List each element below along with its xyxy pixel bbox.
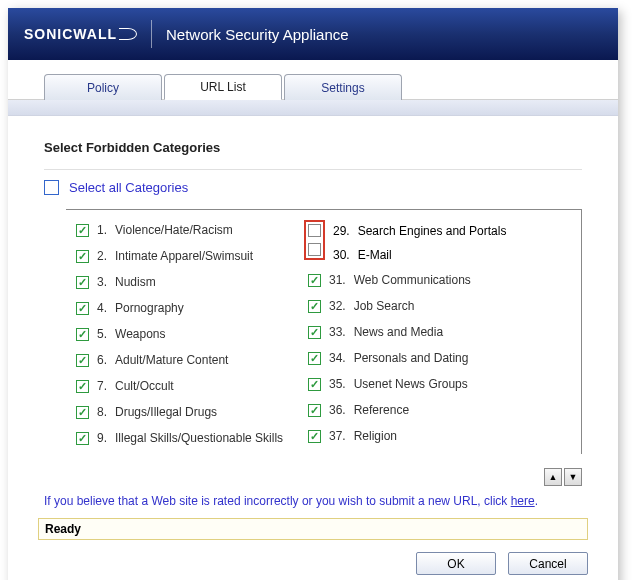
- tabs: Policy URL List Settings: [8, 60, 618, 100]
- scroll-buttons: ▲ ▼: [8, 464, 618, 486]
- tab-settings[interactable]: Settings: [284, 74, 402, 100]
- category-num: 36.: [329, 403, 346, 417]
- category-item: 4.Pornography: [76, 298, 308, 318]
- ok-button[interactable]: OK: [416, 552, 496, 575]
- category-num: 2.: [97, 249, 107, 263]
- category-num: 4.: [97, 301, 107, 315]
- category-num: 7.: [97, 379, 107, 393]
- category-num: 34.: [329, 351, 346, 365]
- categories-box: 1.Violence/Hate/Racism 2.Intimate Appare…: [66, 209, 582, 454]
- category-label: Weapons: [115, 327, 165, 341]
- category-checkbox[interactable]: [308, 352, 321, 365]
- category-item: 35.Usenet News Groups: [308, 374, 540, 394]
- category-checkbox[interactable]: [76, 380, 89, 393]
- category-item: 32.Job Search: [308, 296, 540, 316]
- category-label: News and Media: [354, 325, 443, 339]
- note-text: If you believe that a Web site is rated …: [44, 494, 511, 508]
- category-checkbox[interactable]: [308, 404, 321, 417]
- category-num: 35.: [329, 377, 346, 391]
- category-item: 9.Illegal Skills/Questionable Skills: [76, 428, 308, 448]
- category-item: 36.Reference: [308, 400, 540, 420]
- category-item: 5.Weapons: [76, 324, 308, 344]
- category-num: 31.: [329, 273, 346, 287]
- category-checkbox[interactable]: [308, 243, 321, 256]
- category-label: Reference: [354, 403, 409, 417]
- category-label: Job Search: [354, 299, 415, 313]
- category-num: 30.: [333, 248, 350, 262]
- category-checkbox[interactable]: [76, 224, 89, 237]
- category-item: 2.Intimate Apparel/Swimsuit: [76, 246, 308, 266]
- cancel-button[interactable]: Cancel: [508, 552, 588, 575]
- select-all-checkbox[interactable]: [44, 180, 59, 195]
- category-label: Religion: [354, 429, 397, 443]
- category-num: 8.: [97, 405, 107, 419]
- gradient-bar: [8, 100, 618, 116]
- category-checkbox[interactable]: [76, 406, 89, 419]
- category-num: 3.: [97, 275, 107, 289]
- categories-col-right: 29.Search Engines and Portals 30.E-Mail …: [308, 220, 540, 448]
- category-label: E-Mail: [358, 248, 392, 262]
- category-num: 37.: [329, 429, 346, 443]
- tab-policy[interactable]: Policy: [44, 74, 162, 100]
- category-num: 29.: [333, 224, 350, 238]
- category-checkbox[interactable]: [76, 302, 89, 315]
- categories-col-left: 1.Violence/Hate/Racism 2.Intimate Appare…: [76, 220, 308, 448]
- category-checkbox[interactable]: [308, 378, 321, 391]
- category-label: Web Communications: [354, 273, 471, 287]
- category-label: Search Engines and Portals: [358, 224, 507, 238]
- status-bar: Ready: [38, 518, 588, 540]
- brand-text: SONICWALL: [24, 26, 117, 42]
- scroll-down-button[interactable]: ▼: [564, 468, 582, 486]
- brand-logo: SONICWALL: [24, 26, 137, 42]
- category-label: Intimate Apparel/Swimsuit: [115, 249, 253, 263]
- category-checkbox[interactable]: [76, 328, 89, 341]
- category-label: Drugs/Illegal Drugs: [115, 405, 217, 419]
- header-divider: [151, 20, 152, 48]
- category-num: 33.: [329, 325, 346, 339]
- category-num: 6.: [97, 353, 107, 367]
- category-checkbox[interactable]: [308, 274, 321, 287]
- content: Select Forbidden Categories Select all C…: [8, 116, 618, 464]
- category-item: 34.Personals and Dating: [308, 348, 540, 368]
- select-all-label[interactable]: Select all Categories: [69, 180, 188, 195]
- category-label: Usenet News Groups: [354, 377, 468, 391]
- note-link[interactable]: here: [511, 494, 535, 508]
- category-checkbox[interactable]: [76, 354, 89, 367]
- app-window: SONICWALL Network Security Appliance Pol…: [8, 8, 618, 580]
- category-label: Violence/Hate/Racism: [115, 223, 233, 237]
- category-item: 37.Religion: [308, 426, 540, 446]
- category-checkbox[interactable]: [308, 326, 321, 339]
- category-checkbox[interactable]: [308, 224, 321, 237]
- category-checkbox[interactable]: [308, 430, 321, 443]
- scroll-up-button[interactable]: ▲: [544, 468, 562, 486]
- category-item: 31.Web Communications: [308, 270, 540, 290]
- tab-url-list[interactable]: URL List: [164, 74, 282, 100]
- select-all-row: Select all Categories: [44, 170, 582, 209]
- category-checkbox[interactable]: [308, 300, 321, 313]
- section-title: Select Forbidden Categories: [44, 140, 582, 155]
- category-num: 1.: [97, 223, 107, 237]
- category-checkbox[interactable]: [76, 432, 89, 445]
- category-label: Personals and Dating: [354, 351, 469, 365]
- category-item: 7.Cult/Occult: [76, 376, 308, 396]
- category-item: 6.Adult/Mature Content: [76, 350, 308, 370]
- dialog-buttons: OK Cancel: [8, 552, 618, 580]
- category-checkbox[interactable]: [76, 250, 89, 263]
- category-item: 3.Nudism: [76, 272, 308, 292]
- category-label: Cult/Occult: [115, 379, 174, 393]
- product-name: Network Security Appliance: [166, 26, 349, 43]
- highlight-box: [304, 220, 325, 260]
- category-label: Pornography: [115, 301, 184, 315]
- category-num: 9.: [97, 431, 107, 445]
- category-label: Illegal Skills/Questionable Skills: [115, 431, 283, 445]
- category-checkbox[interactable]: [76, 276, 89, 289]
- header: SONICWALL Network Security Appliance: [8, 8, 618, 60]
- category-item: 8.Drugs/Illegal Drugs: [76, 402, 308, 422]
- category-label: Adult/Mature Content: [115, 353, 228, 367]
- category-num: 5.: [97, 327, 107, 341]
- note: If you believe that a Web site is rated …: [8, 486, 618, 518]
- category-item: 1.Violence/Hate/Racism: [76, 220, 308, 240]
- category-item: 33.News and Media: [308, 322, 540, 342]
- category-label: Nudism: [115, 275, 156, 289]
- logo-arc-icon: [119, 28, 137, 40]
